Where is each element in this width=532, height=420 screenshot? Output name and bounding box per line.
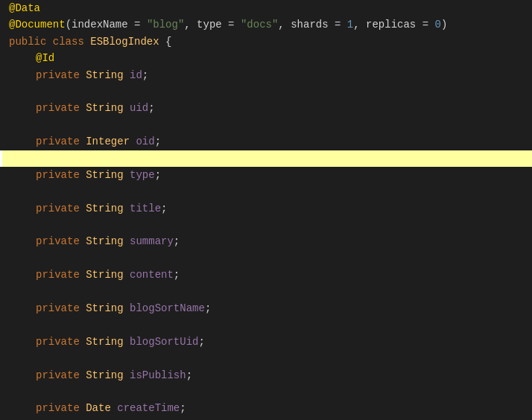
token-keyword: private <box>36 369 80 381</box>
token-type-name: String <box>86 102 123 114</box>
token-plain: ; <box>155 136 161 147</box>
line-content: public class ESBlogIndex { <box>9 34 171 50</box>
line-content: private String type; <box>36 167 161 183</box>
token-plain <box>124 302 130 314</box>
token-type-name: Date <box>86 402 111 414</box>
token-plain <box>124 235 130 247</box>
code-line-3: public class ESBlogIndex { <box>0 34 532 50</box>
token-keyword: private <box>36 402 80 414</box>
line-content: @Document(indexName = "blog", type = "do… <box>9 16 447 33</box>
token-type-name: String <box>86 269 123 281</box>
token-plain: ; <box>174 269 180 281</box>
token-plain <box>80 369 86 381</box>
token-string-val: "blog" <box>147 19 184 31</box>
token-plain <box>80 136 86 147</box>
token-annotation: @Data <box>9 2 40 14</box>
token-plain <box>80 102 86 114</box>
code-line-2: @Document(indexName = "blog", type = "do… <box>0 16 532 33</box>
line-content: private String blogSortUid; <box>36 334 205 350</box>
token-plain: , <box>184 19 197 31</box>
code-line-13: private String title; <box>0 200 532 217</box>
token-plain: = <box>222 19 241 31</box>
token-plain <box>84 36 90 48</box>
code-line-21: private String blogSortUid; <box>0 334 532 350</box>
token-field-name: summary <box>130 235 174 247</box>
token-plain <box>80 203 86 214</box>
token-keyword: private <box>36 69 80 81</box>
token-plain <box>124 102 130 114</box>
token-keyword: private <box>36 302 80 314</box>
token-field-name: oid <box>136 136 154 147</box>
line-content: private String summary; <box>36 233 180 249</box>
token-plain: , <box>353 19 366 31</box>
token-type-name: String <box>86 369 123 381</box>
code-line-7: private String uid; <box>0 100 532 116</box>
code-line-20 <box>0 316 532 333</box>
token-class-name: ESBlogIndex <box>90 36 159 48</box>
token-annotation: @Document <box>9 19 66 31</box>
token-plain: ; <box>148 102 154 114</box>
token-plain: indexName <box>72 19 128 31</box>
line-content: private String id; <box>36 67 148 83</box>
token-plain <box>80 302 86 314</box>
token-type-name: String <box>86 169 123 181</box>
code-line-10 <box>0 150 532 167</box>
code-line-17: private String content; <box>0 267 532 283</box>
token-type-name: Integer <box>86 136 130 147</box>
token-type-name: String <box>86 302 123 314</box>
token-number-val: 0 <box>434 19 440 31</box>
line-content: private Integer oid; <box>36 133 161 150</box>
token-keyword: private <box>36 235 80 247</box>
token-plain <box>111 402 117 414</box>
code-line-12 <box>0 183 532 200</box>
token-plain <box>124 169 130 181</box>
token-keyword: private <box>36 102 80 114</box>
code-line-4: @Id <box>0 50 532 66</box>
token-plain <box>124 203 130 214</box>
code-line-15: private String summary; <box>0 233 532 249</box>
code-editor: @Data@Document(indexName = "blog", type … <box>0 0 532 420</box>
token-plain: type <box>197 19 222 31</box>
token-plain <box>80 336 86 348</box>
code-line-1: @Data <box>0 0 532 16</box>
line-content: private String isPublish; <box>36 367 192 384</box>
line-content: @Id <box>36 50 54 66</box>
code-line-6 <box>0 83 532 100</box>
code-line-8 <box>0 117 532 133</box>
token-type-name: String <box>86 203 123 214</box>
token-plain: replicas <box>366 19 416 31</box>
token-field-name: createTime <box>117 402 180 414</box>
code-line-11: private String type; <box>0 167 532 183</box>
token-field-name: isPublish <box>130 369 186 381</box>
token-field-name: id <box>130 69 142 81</box>
code-line-16 <box>0 250 532 267</box>
token-keyword: private <box>36 336 80 348</box>
token-keyword: public class <box>9 36 84 48</box>
token-field-name: blogSortName <box>130 302 205 314</box>
line-content: private String blogSortName; <box>36 300 211 316</box>
token-plain <box>124 369 130 381</box>
code-line-14 <box>0 217 532 233</box>
token-plain <box>124 336 130 348</box>
code-line-23: private String isPublish; <box>0 367 532 384</box>
token-plain: ; <box>205 302 211 314</box>
token-field-name: type <box>130 169 155 181</box>
token-plain: ; <box>174 235 180 247</box>
code-line-18 <box>0 284 532 300</box>
token-type-name: String <box>86 69 123 81</box>
token-plain: { <box>159 36 172 48</box>
line-content: private String uid; <box>36 100 155 116</box>
token-plain: ; <box>180 402 186 414</box>
token-plain: ; <box>198 336 204 348</box>
line-content: private String title; <box>36 200 167 217</box>
code-line-19: private String blogSortName; <box>0 300 532 316</box>
token-plain: ; <box>142 69 148 81</box>
token-number-val: 1 <box>347 19 353 31</box>
token-plain: shards <box>291 19 328 31</box>
token-plain: , <box>278 19 291 31</box>
token-plain <box>124 269 130 281</box>
token-plain: ( <box>66 19 72 31</box>
token-plain: = <box>128 19 147 31</box>
code-line-25: private Date createTime; <box>0 400 532 416</box>
token-plain: ) <box>441 19 447 31</box>
